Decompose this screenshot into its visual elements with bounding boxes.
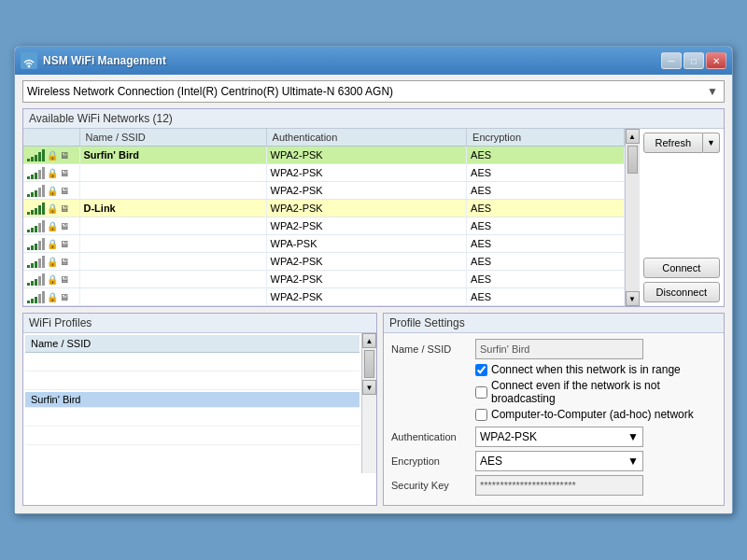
lock-icon: 🔒 bbox=[47, 257, 58, 267]
network-row[interactable]: 🔒 🖥 WPA2-PSKAES bbox=[23, 217, 624, 235]
computer-icon: 🖥 bbox=[60, 257, 69, 267]
svg-point-1 bbox=[28, 65, 31, 68]
signal-bars-icon bbox=[27, 255, 45, 268]
network-row[interactable]: 🔒 🖥 WPA2-PSKAES bbox=[23, 164, 624, 182]
network-row[interactable]: 🔒 🖥 WPA2-PSKAES bbox=[23, 288, 624, 306]
lock-icon: 🔒 bbox=[47, 186, 58, 196]
network-enc: AES bbox=[467, 271, 624, 288]
profile-scroll-thumb[interactable] bbox=[364, 350, 374, 378]
minimize-button[interactable]: ─ bbox=[661, 52, 682, 69]
networks-table: Name / SSID Authentication Encryption bbox=[23, 129, 625, 306]
available-networks-title: Available WiFi Networks (12) bbox=[29, 112, 173, 125]
computer-icon: 🖥 bbox=[60, 203, 69, 214]
col-name: Name / SSID bbox=[79, 129, 266, 147]
profile-scroll-track[interactable] bbox=[362, 350, 376, 378]
profiles-scrollbar[interactable]: ▲ ▼ bbox=[361, 333, 376, 473]
signal-bars-icon bbox=[27, 202, 45, 215]
adhoc-label: Computer-to-Computer (ad-hoc) network bbox=[491, 408, 694, 421]
lock-icon: 🔒 bbox=[47, 221, 58, 231]
computer-icon: 🖥 bbox=[60, 150, 69, 161]
scroll-down-button[interactable]: ▼ bbox=[626, 291, 640, 306]
scroll-thumb[interactable] bbox=[627, 146, 638, 174]
name-ssid-input[interactable] bbox=[475, 339, 643, 359]
profile-settings-panel: Profile Settings Name / SSID Co bbox=[383, 313, 725, 506]
profile-row[interactable]: Surfin' Bird bbox=[25, 392, 359, 408]
network-row[interactable]: 🔒 🖥 WPA-PSKAES bbox=[23, 235, 624, 253]
signal-bars-icon bbox=[27, 184, 45, 197]
wifi-profiles-panel: WiFi Profiles Name / SSID Surfin' Bird bbox=[22, 313, 377, 506]
col-enc: Encryption bbox=[467, 129, 624, 147]
refresh-dropdown-button[interactable]: ▼ bbox=[703, 133, 720, 153]
computer-icon: 🖥 bbox=[60, 168, 69, 178]
network-enc: AES bbox=[467, 235, 624, 253]
network-enc: AES bbox=[467, 147, 624, 164]
network-row-icons: 🔒 🖥 bbox=[23, 288, 79, 306]
name-ssid-label: Name / SSID bbox=[391, 343, 475, 355]
disconnect-button[interactable]: Disconnect bbox=[643, 282, 720, 302]
enc-dropdown[interactable]: AES ▼ bbox=[475, 451, 643, 471]
network-row[interactable]: 🔒 🖥 WPA2-PSKAES bbox=[23, 182, 624, 200]
network-auth: WPA-PSK bbox=[266, 235, 466, 253]
computer-icon: 🖥 bbox=[60, 239, 69, 249]
network-row-icons: 🔒 🖥 bbox=[23, 147, 79, 164]
network-row-icons: 🔒 🖥 bbox=[23, 253, 79, 271]
network-enc: AES bbox=[467, 253, 624, 271]
security-key-input[interactable] bbox=[475, 475, 643, 496]
profile-row[interactable] bbox=[25, 355, 359, 371]
network-auth: WPA2-PSK bbox=[266, 288, 466, 306]
close-button[interactable]: ✕ bbox=[706, 52, 726, 69]
network-connection-dropdown[interactable]: Wireless Network Connection (Intel(R) Ce… bbox=[22, 80, 725, 103]
lock-icon: 🔒 bbox=[47, 292, 58, 302]
profile-scroll-down[interactable]: ▼ bbox=[362, 380, 376, 395]
profiles-header: WiFi Profiles bbox=[23, 314, 376, 333]
profiles-scroll-area: Name / SSID Surfin' Bird ▲ ▼ bbox=[23, 333, 376, 473]
computer-icon: 🖥 bbox=[60, 274, 69, 285]
connect-in-range-checkbox[interactable] bbox=[475, 364, 487, 376]
network-name: D-Link bbox=[79, 200, 266, 217]
connect-not-broadcasting-checkbox[interactable] bbox=[475, 386, 487, 399]
network-dropdown-row: Wireless Network Connection (Intel(R) Ce… bbox=[22, 80, 725, 103]
network-enc: AES bbox=[467, 164, 624, 182]
adhoc-checkbox[interactable] bbox=[475, 409, 487, 421]
auth-dropdown[interactable]: WPA2-PSK ▼ bbox=[475, 427, 643, 447]
network-name bbox=[79, 235, 266, 253]
network-enc: AES bbox=[467, 200, 624, 217]
signal-bars-icon bbox=[27, 219, 45, 232]
network-auth: WPA2-PSK bbox=[266, 253, 466, 271]
lock-icon: 🔒 bbox=[47, 150, 58, 161]
maximize-button[interactable]: □ bbox=[684, 52, 704, 69]
signal-bars-icon bbox=[27, 273, 45, 286]
enc-dropdown-wrapper: AES ▼ bbox=[475, 451, 716, 471]
scroll-track[interactable] bbox=[626, 144, 640, 291]
profile-row[interactable] bbox=[25, 428, 359, 445]
auth-label: Authentication bbox=[391, 431, 475, 442]
bottom-panels: WiFi Profiles Name / SSID Surfin' Bird bbox=[22, 313, 725, 506]
network-row-icons: 🔒 🖥 bbox=[23, 271, 79, 288]
signal-bars-icon bbox=[27, 290, 45, 303]
network-row[interactable]: 🔒 🖥 WPA2-PSKAES bbox=[23, 253, 624, 271]
refresh-button[interactable]: Refresh bbox=[643, 133, 704, 153]
profile-scroll-up[interactable]: ▲ bbox=[362, 333, 376, 348]
scroll-up-button[interactable]: ▲ bbox=[626, 129, 640, 144]
lock-icon: 🔒 bbox=[47, 274, 58, 285]
profile-settings-title: Profile Settings bbox=[389, 316, 465, 329]
connect-button[interactable]: Connect bbox=[643, 258, 720, 278]
network-row[interactable]: 🔒 🖥 WPA2-PSKAES bbox=[23, 271, 624, 288]
security-key-row: Security Key bbox=[391, 475, 716, 496]
profiles-table-wrapper: Name / SSID Surfin' Bird bbox=[23, 333, 361, 473]
signal-bars-icon bbox=[27, 166, 45, 179]
network-row[interactable]: 🔒 🖥 D-LinkWPA2-PSKAES bbox=[23, 200, 624, 217]
enc-row: Encryption AES ▼ bbox=[391, 451, 716, 471]
window-controls: ─ □ ✕ bbox=[661, 52, 726, 69]
profile-settings-content: Name / SSID Connect when this network is… bbox=[384, 333, 724, 505]
connect-not-broadcasting-label: Connect even if the network is not broad… bbox=[491, 379, 716, 405]
network-auth: WPA2-PSK bbox=[266, 164, 466, 182]
profile-row[interactable] bbox=[25, 373, 359, 390]
networks-scrollbar[interactable]: ▲ ▼ bbox=[625, 129, 640, 306]
checkboxes-group: Connect when this network is in range Co… bbox=[475, 363, 716, 421]
network-row[interactable]: 🔒 🖥 Surfin' BirdWPA2-PSKAES bbox=[23, 147, 624, 164]
network-name bbox=[79, 217, 266, 235]
profile-row[interactable] bbox=[25, 410, 359, 427]
refresh-button-group: Refresh ▼ bbox=[643, 133, 720, 153]
lock-icon: 🔒 bbox=[47, 239, 58, 249]
